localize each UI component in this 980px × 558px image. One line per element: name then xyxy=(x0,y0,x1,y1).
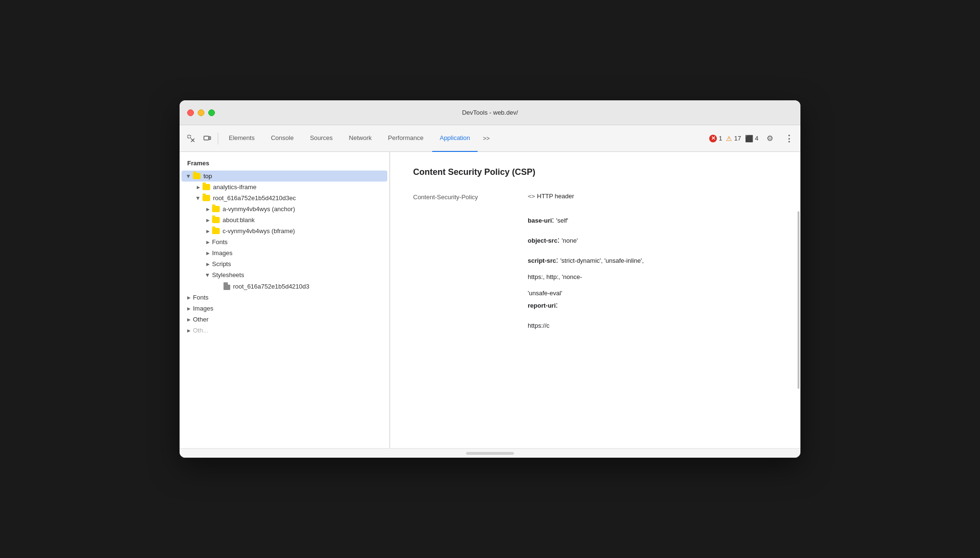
error-circle-icon: ✕ xyxy=(709,135,717,142)
folder-icon-analytics xyxy=(202,184,210,190)
scrollbar-thumb[interactable] xyxy=(798,211,799,389)
tree-item-a-vynmy[interactable]: ▶ a-vynmy4vb4wys (anchor) xyxy=(181,204,387,215)
csp-unsafe-eval-value: 'unsafe-eval' xyxy=(528,290,562,297)
maximize-button[interactable] xyxy=(208,109,215,116)
directive-base-uri: base-uri: 'self' xyxy=(413,216,778,225)
tree-item-analytics-iframe[interactable]: ▶ analytics-iframe xyxy=(181,182,387,193)
directive-name-base-uri: base-uri xyxy=(528,217,552,224)
kebab-menu-icon: ⋮ xyxy=(785,133,793,144)
expand-arrow-images-sub: ▶ xyxy=(204,250,211,257)
tree-item-fonts-sub[interactable]: ▶ Fonts xyxy=(181,236,387,247)
traffic-lights xyxy=(187,109,215,116)
file-icon-ss xyxy=(224,282,230,290)
directive-report-uri: report-uri: xyxy=(413,301,778,310)
device-icon xyxy=(203,135,211,142)
expand-arrow-about-blank: ▶ xyxy=(204,217,211,224)
csp-continuation-1: https:, http:, 'nonce- xyxy=(413,272,778,281)
tree-item-fonts-top[interactable]: ▶ Fonts xyxy=(181,292,387,303)
bottom-bar xyxy=(180,448,800,458)
csp-report-uri-value: https://c xyxy=(528,322,550,329)
folder-icon-a-vynmy xyxy=(212,206,220,212)
tab-performance[interactable]: Performance xyxy=(380,125,431,152)
svg-rect-2 xyxy=(209,137,211,140)
diamond-brackets-icon: <> xyxy=(528,193,535,200)
horizontal-scrollbar[interactable] xyxy=(466,452,514,455)
warning-triangle-icon: ⚠ xyxy=(726,135,732,142)
more-menu-button[interactable]: ⋮ xyxy=(781,131,797,146)
svg-rect-0 xyxy=(188,135,191,138)
csp-continuation-2: 'unsafe-eval' xyxy=(413,289,778,297)
svg-rect-1 xyxy=(204,136,209,140)
expand-arrow-fonts-top: ▶ xyxy=(185,294,192,301)
tree-item-top[interactable]: ▶ top xyxy=(181,171,387,182)
expand-arrow-other-top: ▶ xyxy=(185,316,192,323)
directive-object-src: object-src: 'none' xyxy=(413,236,778,245)
tree-item-images-top[interactable]: ▶ Images xyxy=(181,303,387,314)
tab-application[interactable]: Application xyxy=(432,125,478,152)
expand-arrow-a-vynmy: ▶ xyxy=(204,206,211,213)
main-panel: Content Security Policy (CSP) Content-Se… xyxy=(390,152,800,448)
settings-button[interactable]: ⚙ xyxy=(762,131,778,146)
gear-icon: ⚙ xyxy=(767,134,773,143)
folder-icon-c-vynmy xyxy=(212,228,220,234)
errors-badge[interactable]: ✕ 1 xyxy=(709,135,722,142)
tab-console[interactable]: Console xyxy=(263,125,301,152)
expand-arrow-scripts-sub: ▶ xyxy=(204,261,211,268)
directive-name-object-src: object-src xyxy=(528,237,557,244)
tree-item-other-top[interactable]: ▶ Other xyxy=(181,314,387,325)
titlebar: DevTools - web.dev/ xyxy=(180,100,800,125)
expand-arrow-images-top: ▶ xyxy=(185,305,192,312)
devtools-window: DevTools - web.dev/ Elements Console Sou… xyxy=(180,100,800,458)
tree-item-stylesheets-sub[interactable]: ▶ Stylesheets xyxy=(181,269,387,280)
csp-heading: Content Security Policy (CSP) xyxy=(413,167,778,177)
sidebar-title: Frames xyxy=(180,156,389,171)
toolbar-right: ✕ 1 ⚠ 17 ⬛ 4 ⚙ ⋮ xyxy=(709,131,797,146)
window-title: DevTools - web.dev/ xyxy=(462,109,518,116)
folder-icon-root xyxy=(202,195,210,201)
toolbar: Elements Console Sources Network Perform… xyxy=(180,125,800,152)
expand-arrow-stylesheets: ▶ xyxy=(204,272,211,279)
csp-label: Content-Security-Policy xyxy=(413,193,528,201)
sidebar: Frames ▶ top ▶ analytics-iframe ▶ root_6… xyxy=(180,152,390,448)
http-header-text: HTTP header xyxy=(537,193,574,200)
device-toolbar-button[interactable] xyxy=(200,131,215,146)
scrollbar-track[interactable] xyxy=(797,152,800,448)
directive-script-src: script-src: 'strict-dynamic', 'unsafe-in… xyxy=(413,256,778,265)
toolbar-divider xyxy=(218,133,218,144)
expand-arrow-analytics: ▶ xyxy=(195,184,202,191)
tab-network[interactable]: Network xyxy=(341,125,380,152)
directive-value-script-src: 'strict-dynamic', 'unsafe-inline', xyxy=(560,257,644,264)
main-content: Frames ▶ top ▶ analytics-iframe ▶ root_6… xyxy=(180,152,800,448)
tree-item-about-blank[interactable]: ▶ about:blank xyxy=(181,215,387,225)
minimize-button[interactable] xyxy=(198,109,204,116)
expand-arrow-root: ▶ xyxy=(195,195,202,202)
tab-elements[interactable]: Elements xyxy=(221,125,262,152)
info-icon: ⬛ xyxy=(745,135,753,142)
directive-value-base-uri: 'self' xyxy=(556,217,568,224)
tree-item-root-frame[interactable]: ▶ root_616a752e1b5d4210d3ec xyxy=(181,193,387,204)
expand-arrow-top: ▶ xyxy=(185,173,192,180)
tree-item-scripts-sub[interactable]: ▶ Scripts xyxy=(181,258,387,269)
tree-item-more[interactable]: ▶ Oth... xyxy=(181,325,387,336)
directive-name-report-uri: report-uri xyxy=(528,302,556,309)
csp-header-row: Content-Security-Policy <> HTTP header xyxy=(413,193,778,201)
directive-value-object-src: 'none' xyxy=(562,237,578,244)
csp-header-value: <> HTTP header xyxy=(528,193,778,200)
expand-arrow-fonts-sub: ▶ xyxy=(204,239,211,246)
expand-arrow-more: ▶ xyxy=(185,327,192,334)
tab-sources[interactable]: Sources xyxy=(302,125,341,152)
folder-icon-about-blank xyxy=(212,217,220,223)
csp-continuation-3: https://c xyxy=(413,321,778,330)
warnings-badge[interactable]: ⚠ 17 xyxy=(726,135,741,142)
info-badge[interactable]: ⬛ 4 xyxy=(745,135,758,142)
close-button[interactable] xyxy=(187,109,194,116)
directive-name-script-src: script-src xyxy=(528,257,556,264)
inspect-icon-button[interactable] xyxy=(183,131,199,146)
tree-item-stylesheet-file[interactable]: ▶ root_616a752e1b5d4210d3 xyxy=(181,280,387,292)
expand-arrow-c-vynmy: ▶ xyxy=(204,228,211,235)
tree-item-c-vynmy[interactable]: ▶ c-vynmy4vb4wys (bframe) xyxy=(181,225,387,236)
more-tabs-button[interactable]: >> xyxy=(479,131,494,146)
csp-nonce-value: https:, http:, 'nonce- xyxy=(528,273,582,280)
tree-item-images-sub[interactable]: ▶ Images xyxy=(181,247,387,258)
folder-icon-top xyxy=(193,173,201,179)
